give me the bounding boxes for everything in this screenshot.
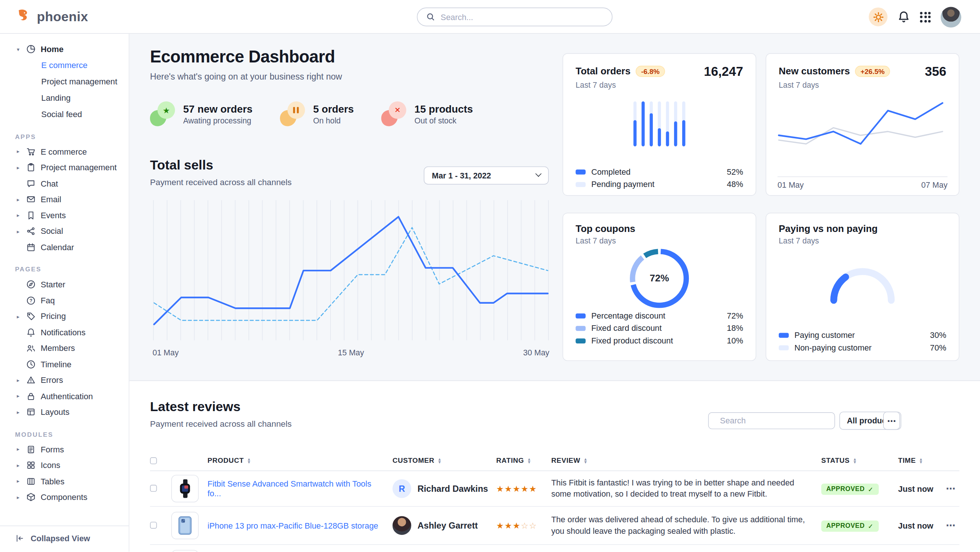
reviews-search[interactable] — [708, 412, 835, 429]
review-text: This Fitbit is fantastic! I was trying t… — [551, 477, 821, 500]
sidebar-group-modules: MODULES — [15, 431, 129, 438]
brand-logo[interactable]: phoenix — [0, 8, 88, 25]
review-time: Just now — [898, 521, 942, 530]
legend-swatch — [576, 338, 585, 343]
product-link[interactable]: iPhone 13 pro max-Pacific Blue-128GB sto… — [208, 521, 393, 530]
col-time[interactable]: TIME▲▼ — [898, 457, 942, 464]
sidebar-item-app-email[interactable]: ▸Email — [0, 191, 129, 207]
sort-icon: ▲▼ — [527, 457, 532, 464]
sidebar-item-starter[interactable]: Starter — [0, 276, 129, 292]
reviews-more-button[interactable]: ⋯ — [883, 412, 900, 430]
chat-icon — [26, 179, 36, 188]
sidebar-item-home[interactable]: ▾ Home — [0, 41, 129, 57]
legend-swatch — [576, 325, 585, 330]
apps-grid-button[interactable] — [920, 11, 931, 22]
row-menu-button[interactable]: ⋯ — [942, 483, 959, 494]
col-product[interactable]: PRODUCT▲▼ — [208, 457, 393, 464]
search-icon — [426, 13, 435, 22]
lock-icon — [26, 391, 36, 401]
product-image-iphone[interactable] — [171, 512, 199, 539]
card-title: Top coupons — [576, 223, 635, 235]
global-search-input[interactable] — [441, 12, 603, 22]
sidebar-item-project-management-dashboard[interactable]: Project management — [0, 73, 129, 90]
pause-icon — [280, 102, 305, 126]
app-window: phoenix ▾ Home E commerce Project manage… — [0, 0, 980, 552]
notifications-button[interactable] — [897, 11, 910, 24]
page-subtitle: Here's what's going on at your business … — [150, 71, 342, 81]
legend-swatch — [779, 333, 789, 338]
sidebar-item-members[interactable]: Members — [0, 340, 129, 356]
chevron-right-icon: ▸ — [15, 313, 21, 320]
sidebar-item-pricing[interactable]: ▸Pricing — [0, 308, 129, 324]
sidebar-item-layouts[interactable]: ▸Layouts — [0, 404, 129, 420]
legend-swatch — [576, 313, 585, 318]
col-status[interactable]: STATUS▲▼ — [821, 457, 898, 464]
sidebar-item-tables[interactable]: ▸Tables — [0, 473, 129, 489]
stat-out-of-stock: ✕ 15 productsOut of stock — [381, 102, 473, 126]
card-title: Paying vs non paying — [779, 223, 878, 235]
stats-row: ★ 57 new ordersAwating processing 5 orde… — [150, 102, 473, 126]
sun-icon — [873, 11, 883, 22]
table-row: iPhone 13 pro max-Pacific Blue-128GB sto… — [150, 507, 959, 545]
table-body: Fitbit Sense Advanced Smartwatch with To… — [150, 471, 959, 552]
latest-reviews-section: Latest reviews Payment received across a… — [129, 382, 980, 552]
columns-icon — [26, 477, 36, 486]
select-all-checkbox[interactable] — [150, 457, 171, 464]
coupons-donut-chart: 72% — [630, 248, 690, 308]
sidebar-item-social-feed[interactable]: Social feed — [0, 106, 129, 122]
sidebar-item-ecommerce-dashboard[interactable]: E commerce — [0, 57, 129, 73]
legend-swatch — [779, 345, 789, 350]
sidebar: ▾ Home E commerce Project management Lan… — [0, 34, 129, 552]
date-range-value: Mar 1 - 31, 2022 — [432, 171, 491, 180]
card-value: 356 — [925, 64, 947, 79]
pie-chart-icon — [26, 45, 36, 54]
theme-toggle-button[interactable] — [869, 8, 887, 26]
global-search[interactable] — [417, 8, 613, 26]
sidebar-item-authentication[interactable]: ▸Authentication — [0, 388, 129, 404]
user-avatar[interactable] — [941, 7, 961, 27]
check-icon: ✓ — [868, 485, 873, 493]
sidebar-item-notifications[interactable]: Notifications — [0, 324, 129, 340]
col-review[interactable]: REVIEW▲▼ — [551, 457, 821, 464]
product-link[interactable]: Fitbit Sense Advanced Smartwatch with To… — [208, 479, 393, 498]
document-icon — [26, 445, 36, 454]
product-image[interactable] — [171, 550, 199, 552]
sidebar-item-app-project-management[interactable]: ▸Project management — [0, 160, 129, 175]
row-menu-button[interactable]: ⋯ — [942, 520, 959, 531]
sidebar-item-forms[interactable]: ▸Forms — [0, 441, 129, 457]
sidebar-item-icons[interactable]: ▸Icons — [0, 457, 129, 473]
status-badge: APPROVED✓ — [821, 483, 879, 495]
sidebar-item-app-social[interactable]: ▸Social — [0, 223, 129, 239]
sidebar-item-app-ecommerce[interactable]: ▸E commerce — [0, 144, 129, 160]
sidebar-item-app-chat[interactable]: Chat — [0, 175, 129, 191]
col-rating[interactable]: RATING▲▼ — [496, 457, 551, 464]
row-checkbox[interactable] — [150, 522, 157, 529]
sidebar-item-app-calendar[interactable]: Calendar — [0, 239, 129, 255]
collapse-sidebar-button[interactable]: Collapsed View — [0, 526, 129, 543]
table-header: PRODUCT▲▼ CUSTOMER▲▼ RATING▲▼ REVIEW▲▼ S… — [150, 450, 959, 471]
reviews-search-input[interactable] — [720, 416, 830, 425]
change-badge: -6.8% — [635, 66, 665, 77]
sidebar-item-app-events[interactable]: ▸Events — [0, 207, 129, 223]
chevron-down-icon: ▾ — [15, 46, 21, 53]
sidebar-item-components[interactable]: ▸Components — [0, 489, 129, 505]
topbar-actions — [869, 0, 961, 34]
sidebar-item-timeline[interactable]: Timeline — [0, 356, 129, 372]
sidebar-item-landing[interactable]: Landing — [0, 90, 129, 106]
product-image-smartwatch[interactable] — [171, 475, 199, 502]
sidebar-item-faq[interactable]: ?Faq — [0, 292, 129, 308]
sort-icon: ▲▼ — [247, 457, 251, 464]
change-badge: +26.5% — [855, 66, 890, 77]
row-checkbox[interactable] — [150, 485, 157, 492]
col-customer[interactable]: CUSTOMER▲▼ — [393, 457, 496, 464]
sidebar-item-errors[interactable]: ▸Errors — [0, 372, 129, 388]
question-circle-icon: ? — [26, 296, 36, 305]
table-row — [150, 545, 959, 552]
top-coupons-card: Top coupons Last 7 days 72% Percentage d… — [563, 213, 756, 361]
legend-swatch — [576, 182, 585, 187]
total-sells-x-axis: 01 May 15 May 30 May — [153, 348, 550, 357]
envelope-icon — [26, 195, 36, 204]
date-range-select[interactable]: Mar 1 - 31, 2022 — [424, 166, 549, 185]
bell-icon — [897, 11, 910, 24]
warning-triangle-icon — [26, 375, 36, 385]
